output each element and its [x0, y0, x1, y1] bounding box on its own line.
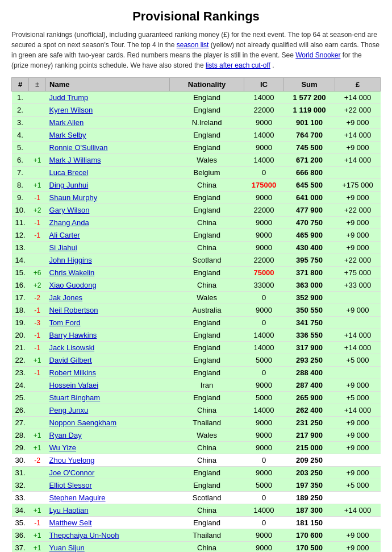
lists-link[interactable]: lists after each cut-off: [206, 61, 270, 69]
name-cell[interactable]: Ali Carter: [46, 229, 170, 242]
player-link[interactable]: Ali Carter: [49, 231, 80, 239]
nationality-cell: Scotland: [170, 492, 244, 504]
name-cell[interactable]: Ding Junhui: [46, 179, 170, 192]
name-cell[interactable]: Jak Jones: [46, 292, 170, 304]
player-link[interactable]: Si Jiahui: [49, 243, 77, 252]
table-row: 5.Ronnie O'SullivanEngland9000745 500+9 …: [12, 142, 381, 154]
player-link[interactable]: Chris Wakelin: [49, 268, 95, 277]
movement-cell: +1: [29, 504, 46, 517]
player-link[interactable]: Tom Ford: [49, 318, 81, 327]
player-link[interactable]: Robert Milkins: [49, 368, 96, 377]
season-list-link[interactable]: season list: [177, 41, 209, 49]
player-link[interactable]: Yuan Sijun: [49, 543, 85, 552]
player-link[interactable]: Jak Jones: [49, 293, 83, 302]
player-link[interactable]: Kyren Wilson: [49, 106, 93, 114]
world-snooker-link[interactable]: World Snooker: [295, 51, 340, 59]
name-cell[interactable]: Ryan Day: [46, 429, 170, 442]
player-link[interactable]: John Higgins: [49, 256, 92, 264]
money-cell: [335, 167, 381, 179]
table-row: 7.Luca BrecelBelgium0666 800: [12, 167, 381, 179]
name-cell[interactable]: Noppon Saengkham: [46, 417, 170, 429]
nationality-cell: China: [170, 542, 244, 553]
name-cell[interactable]: Stuart Bingham: [46, 392, 170, 404]
name-cell[interactable]: Tom Ford: [46, 317, 170, 329]
player-link[interactable]: Jack Lisowski: [49, 343, 94, 352]
name-cell[interactable]: Chris Wakelin: [46, 267, 170, 279]
name-cell[interactable]: Hossein Vafaei: [46, 379, 170, 392]
table-row: 11.-1Zhang AndaChina9000470 750+9 000: [12, 217, 381, 229]
player-link[interactable]: Ronnie O'Sullivan: [49, 143, 108, 152]
name-cell[interactable]: Stephen Maguire: [46, 492, 170, 504]
player-link[interactable]: Joe O'Connor: [49, 468, 95, 477]
player-link[interactable]: Hossein Vafaei: [49, 381, 98, 389]
name-cell[interactable]: Matthew Selt: [46, 517, 170, 529]
name-cell[interactable]: Shaun Murphy: [46, 192, 170, 204]
player-link[interactable]: Stephen Maguire: [49, 493, 106, 502]
name-cell[interactable]: Yuan Sijun: [46, 542, 170, 553]
name-cell[interactable]: Judd Trump: [46, 92, 170, 104]
player-link[interactable]: Mark Selby: [49, 131, 86, 139]
player-link[interactable]: Wu Yize: [49, 443, 76, 452]
player-link[interactable]: Thepchaiya Un-Nooh: [49, 531, 119, 539]
name-cell[interactable]: Neil Robertson: [46, 304, 170, 317]
player-link[interactable]: Barry Hawkins: [49, 331, 97, 339]
player-link[interactable]: Zhang Anda: [49, 218, 89, 227]
rank-cell: 35.: [12, 517, 29, 529]
name-cell[interactable]: Thepchaiya Un-Nooh: [46, 529, 170, 542]
money-cell: +14 000: [335, 504, 381, 517]
player-link[interactable]: Noppon Saengkham: [49, 418, 117, 427]
player-link[interactable]: Ding Junhui: [49, 181, 89, 189]
name-cell[interactable]: Zhang Anda: [46, 217, 170, 229]
money-cell: [335, 292, 381, 304]
name-cell[interactable]: Mark Selby: [46, 129, 170, 142]
name-cell[interactable]: Luca Brecel: [46, 167, 170, 179]
money-cell: +14 000: [335, 154, 381, 167]
name-cell[interactable]: Si Jiahui: [46, 242, 170, 254]
player-link[interactable]: Peng Junxu: [49, 406, 89, 414]
player-link[interactable]: Luca Brecel: [49, 168, 89, 177]
player-link[interactable]: Zhou Yuelong: [49, 456, 95, 464]
player-link[interactable]: Elliot Slessor: [49, 481, 92, 489]
name-cell[interactable]: Elliot Slessor: [46, 479, 170, 492]
name-cell[interactable]: Xiao Guodong: [46, 279, 170, 292]
player-link[interactable]: Mark J Williams: [49, 156, 101, 164]
name-cell[interactable]: Lyu Haotian: [46, 504, 170, 517]
player-link[interactable]: Matthew Selt: [49, 518, 92, 527]
player-link[interactable]: Ryan Day: [49, 431, 82, 439]
nationality-cell: China: [170, 454, 244, 467]
player-link[interactable]: Stuart Bingham: [49, 393, 101, 402]
name-cell[interactable]: Kyren Wilson: [46, 104, 170, 117]
table-row: 30.-2Zhou YuelongChina0209 250: [12, 454, 381, 467]
player-link[interactable]: Judd Trump: [49, 93, 89, 102]
player-link[interactable]: Shaun Murphy: [49, 193, 98, 202]
name-cell[interactable]: Zhou Yuelong: [46, 454, 170, 467]
name-cell[interactable]: John Higgins: [46, 254, 170, 267]
player-link[interactable]: David Gilbert: [49, 356, 92, 364]
name-cell[interactable]: Mark Allen: [46, 117, 170, 129]
name-cell[interactable]: Robert Milkins: [46, 367, 170, 379]
player-link[interactable]: Lyu Haotian: [49, 506, 89, 514]
name-cell[interactable]: Gary Wilson: [46, 204, 170, 217]
player-link[interactable]: Xiao Guodong: [49, 281, 97, 289]
ic-cell: 9000: [244, 217, 284, 229]
player-link[interactable]: Neil Robertson: [49, 306, 98, 314]
name-cell[interactable]: Jack Lisowski: [46, 342, 170, 354]
name-cell[interactable]: Joe O'Connor: [46, 467, 170, 479]
movement-cell: [29, 404, 46, 417]
money-cell: [335, 454, 381, 467]
ic-cell: 14000: [244, 504, 284, 517]
sum-cell: 197 350: [284, 479, 335, 492]
name-cell[interactable]: Wu Yize: [46, 442, 170, 454]
rank-cell: 18.: [12, 304, 29, 317]
table-row: 8.+1Ding JunhuiChina175000645 500+175 00…: [12, 179, 381, 192]
name-cell[interactable]: Mark J Williams: [46, 154, 170, 167]
player-link[interactable]: Gary Wilson: [49, 206, 90, 214]
name-cell[interactable]: Barry Hawkins: [46, 329, 170, 342]
nationality-cell: England: [170, 392, 244, 404]
nationality-cell: China: [170, 179, 244, 192]
name-cell[interactable]: Peng Junxu: [46, 404, 170, 417]
name-cell[interactable]: Ronnie O'Sullivan: [46, 142, 170, 154]
player-link[interactable]: Mark Allen: [49, 118, 84, 127]
nationality-cell: China: [170, 242, 244, 254]
name-cell[interactable]: David Gilbert: [46, 354, 170, 367]
